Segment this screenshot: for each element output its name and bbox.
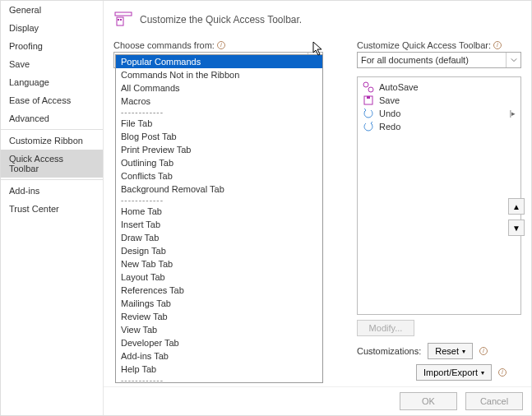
- sidebar-item-display[interactable]: Display: [1, 19, 103, 37]
- panel-header: Customize the Quick Access Toolbar.: [113, 9, 521, 30]
- qat-item-label: Save: [379, 95, 400, 105]
- qat-item[interactable]: Redo: [361, 120, 517, 133]
- mouse-cursor-icon: [312, 41, 324, 58]
- import-export-button[interactable]: Import/Export▾: [416, 364, 492, 381]
- chevron-down-icon[interactable]: [506, 53, 520, 67]
- dropdown-option[interactable]: Design Tab: [116, 244, 322, 257]
- dropdown-option[interactable]: Add-ins Tab: [116, 349, 322, 363]
- sidebar-item-quick-access-toolbar[interactable]: Quick Access Toolbar: [1, 150, 103, 178]
- svg-rect-1: [117, 17, 123, 25]
- dropdown-option[interactable]: Blog Post Tab: [116, 130, 322, 143]
- dropdown-option[interactable]: Draw Tab: [116, 231, 322, 244]
- redo-icon: [363, 121, 374, 132]
- reset-button[interactable]: Reset▾: [428, 343, 473, 359]
- info-icon[interactable]: [217, 41, 225, 49]
- dropdown-option[interactable]: Background Removal Tab: [116, 183, 322, 196]
- sidebar-item-customize-ribbon[interactable]: Customize Ribbon: [1, 132, 103, 150]
- modify-button: Modify...: [357, 320, 414, 336]
- svg-rect-3: [120, 19, 122, 21]
- dropdown-option[interactable]: New Tab Tab: [116, 257, 322, 270]
- info-icon[interactable]: [493, 41, 502, 49]
- dropdown-option[interactable]: Macros: [116, 95, 322, 108]
- svg-rect-0: [115, 12, 132, 16]
- qat-item[interactable]: Undo |▸: [361, 107, 517, 120]
- sidebar-separator: [1, 129, 103, 130]
- sidebar-separator: [1, 179, 103, 180]
- dropdown-option[interactable]: Home Tab: [116, 205, 322, 218]
- dropdown-option[interactable]: All Commands: [116, 81, 322, 95]
- category-sidebar: General Display Proofing Save Language E…: [1, 1, 104, 415]
- qat-item[interactable]: Save: [361, 94, 517, 107]
- current-qat-list[interactable]: AutoSave Save Undo |▸ Redo: [357, 76, 521, 315]
- move-down-button[interactable]: ▼: [508, 220, 525, 236]
- scope-dropdown[interactable]: For all documents (default): [357, 52, 521, 68]
- customize-qat-label: Customize Quick Access Toolbar:: [357, 40, 521, 50]
- ok-button[interactable]: OK: [400, 392, 457, 410]
- info-icon[interactable]: [479, 347, 488, 355]
- qat-item[interactable]: AutoSave: [361, 81, 517, 94]
- qat-item-label: Redo: [379, 122, 400, 132]
- save-icon: [363, 95, 374, 106]
- dropdown-separator: ------------: [116, 376, 322, 383]
- sidebar-item-ease-of-access[interactable]: Ease of Access: [1, 91, 103, 109]
- dropdown-option[interactable]: Conflicts Tab: [116, 169, 322, 183]
- sidebar-item-save[interactable]: Save: [1, 55, 103, 73]
- sidebar-item-language[interactable]: Language: [1, 73, 103, 91]
- choose-commands-label: Choose commands from:: [113, 40, 327, 50]
- move-up-button[interactable]: ▲: [508, 198, 525, 215]
- autosave-icon: [363, 81, 374, 93]
- info-icon[interactable]: [498, 368, 507, 377]
- svg-point-5: [368, 87, 373, 92]
- dropdown-option[interactable]: Popular Commands: [116, 55, 322, 68]
- split-indicator-icon: |▸: [510, 109, 516, 118]
- dropdown-option[interactable]: Mailings Tab: [116, 297, 322, 310]
- reorder-buttons: ▲ ▼: [508, 198, 525, 236]
- dropdown-separator: ------------: [116, 196, 322, 205]
- svg-rect-7: [367, 96, 370, 99]
- qat-item-label: AutoSave: [379, 82, 419, 92]
- commands-dropdown-list[interactable]: Popular Commands Commands Not in the Rib…: [115, 54, 323, 383]
- dropdown-option[interactable]: Developer Tab: [116, 336, 322, 349]
- cancel-button[interactable]: Cancel: [465, 392, 523, 410]
- sidebar-item-trust-center[interactable]: Trust Center: [1, 200, 103, 218]
- dropdown-option[interactable]: Outlining Tab: [116, 156, 322, 169]
- panel-title: Customize the Quick Access Toolbar.: [140, 14, 302, 25]
- dialog-footer: OK Cancel: [104, 386, 531, 415]
- caret-down-icon: ▾: [481, 369, 484, 377]
- dropdown-option[interactable]: File Tab: [116, 117, 322, 130]
- dropdown-option[interactable]: Commands Not in the Ribbon: [116, 68, 322, 81]
- dropdown-selected-text: For all documents (default): [361, 55, 469, 65]
- dropdown-separator: ------------: [116, 108, 322, 117]
- dropdown-option[interactable]: Help Tab: [116, 363, 322, 376]
- qat-customize-icon: [113, 9, 133, 30]
- svg-point-4: [363, 82, 368, 87]
- dropdown-option[interactable]: Review Tab: [116, 310, 322, 323]
- svg-rect-2: [118, 19, 119, 21]
- dropdown-option[interactable]: Layout Tab: [116, 270, 322, 284]
- sidebar-item-general[interactable]: General: [1, 1, 103, 19]
- caret-down-icon: ▾: [462, 348, 465, 355]
- dropdown-option[interactable]: View Tab: [116, 323, 322, 336]
- qat-item-label: Undo: [379, 109, 400, 118]
- dropdown-option[interactable]: References Tab: [116, 284, 322, 297]
- undo-icon: [363, 108, 374, 119]
- sidebar-item-proofing[interactable]: Proofing: [1, 37, 103, 55]
- sidebar-item-add-ins[interactable]: Add-ins: [1, 182, 103, 200]
- customizations-label: Customizations:: [357, 346, 421, 356]
- sidebar-item-advanced[interactable]: Advanced: [1, 109, 103, 127]
- dropdown-option[interactable]: Insert Tab: [116, 218, 322, 231]
- dropdown-option[interactable]: Print Preview Tab: [116, 143, 322, 156]
